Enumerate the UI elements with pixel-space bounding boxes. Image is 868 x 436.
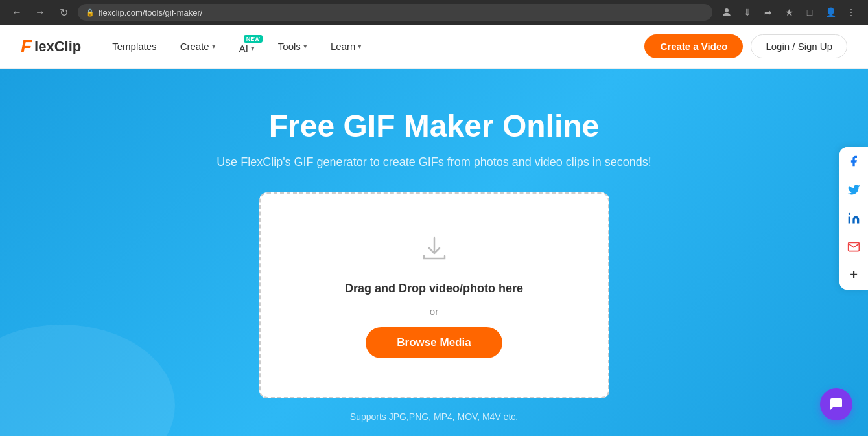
profile-icon[interactable]: 👤 xyxy=(821,3,839,21)
navbar: F lexClip Templates Create ▾ AI NEW ▾ To… xyxy=(0,25,868,69)
plus-icon: + xyxy=(850,268,858,282)
nav-learn-label: Learn xyxy=(331,41,355,52)
share-icon[interactable]: ➦ xyxy=(759,3,777,21)
nav-ai-label: AI xyxy=(239,43,248,54)
browser-actions: ⇓ ➦ ★ □ 👤 ⋮ xyxy=(718,3,860,21)
download-icon[interactable]: ⇓ xyxy=(738,3,757,21)
twitter-share-button[interactable] xyxy=(839,176,868,204)
menu-icon[interactable]: ⋮ xyxy=(842,3,860,21)
nav-learn[interactable]: Learn ▾ xyxy=(320,36,372,57)
hero-section: Free GIF Maker Online Use FlexClip's GIF… xyxy=(0,69,868,436)
nav-actions: Create a Video Login / Sign Up xyxy=(644,34,847,58)
chevron-down-icon: ▾ xyxy=(212,42,216,51)
more-share-button[interactable]: + xyxy=(839,261,868,290)
nav-tools-label: Tools xyxy=(278,41,301,52)
nav-templates-label: Templates xyxy=(112,41,156,52)
browser-chrome: ← → ↻ 🔒 flexclip.com/tools/gif-maker/ ⇓ … xyxy=(0,0,868,25)
reload-button[interactable]: ↻ xyxy=(54,3,73,21)
nav-create-label: Create xyxy=(180,41,209,52)
chat-bubble-button[interactable] xyxy=(820,388,852,420)
or-text: or xyxy=(430,306,438,317)
browse-media-button[interactable]: Browse Media xyxy=(366,327,502,358)
upload-box[interactable]: Drag and Drop video/photo here or Browse… xyxy=(259,192,609,398)
logo-f: F xyxy=(21,36,32,57)
facebook-share-button[interactable] xyxy=(839,147,868,176)
chevron-down-icon-learn: ▾ xyxy=(358,42,362,51)
linkedin-share-button[interactable] xyxy=(839,204,868,233)
hero-title: Free GIF Maker Online xyxy=(269,108,599,145)
nav-templates[interactable]: Templates xyxy=(102,36,167,57)
nav-ai[interactable]: AI NEW ▾ xyxy=(229,34,265,59)
url-text: flexclip.com/tools/gif-maker/ xyxy=(99,8,202,17)
back-button[interactable]: ← xyxy=(8,3,26,21)
split-view-icon[interactable]: □ xyxy=(801,3,819,21)
upload-icon xyxy=(419,233,450,266)
email-share-button[interactable] xyxy=(839,233,868,261)
bookmark-icon[interactable]: ★ xyxy=(780,3,798,21)
chevron-down-icon-ai: ▾ xyxy=(251,44,255,52)
social-sidebar: + xyxy=(839,147,868,290)
google-account-icon[interactable] xyxy=(718,3,736,21)
logo[interactable]: F lexClip xyxy=(21,36,81,57)
forward-button[interactable]: → xyxy=(31,3,49,21)
nav-links: Templates Create ▾ AI NEW ▾ Tools ▾ Lear… xyxy=(102,34,644,59)
nav-tools[interactable]: Tools ▾ xyxy=(268,36,318,57)
create-video-button[interactable]: Create a Video xyxy=(644,34,743,58)
svg-point-0 xyxy=(725,8,729,12)
ai-new-badge: NEW xyxy=(244,35,263,43)
lock-icon: 🔒 xyxy=(86,8,95,17)
nav-create[interactable]: Create ▾ xyxy=(170,36,226,57)
support-text: Supports JPG,PNG, MP4, MOV, M4V etc. xyxy=(350,411,518,422)
chevron-down-icon-tools: ▾ xyxy=(303,42,307,51)
drag-drop-text: Drag and Drop video/photo here xyxy=(345,282,523,295)
hero-subtitle: Use FlexClip's GIF generator to create G… xyxy=(217,155,651,169)
svg-point-1 xyxy=(849,212,850,214)
login-button[interactable]: Login / Sign Up xyxy=(751,34,847,58)
address-bar[interactable]: 🔒 flexclip.com/tools/gif-maker/ xyxy=(78,4,712,21)
logo-text: lexClip xyxy=(34,38,81,55)
